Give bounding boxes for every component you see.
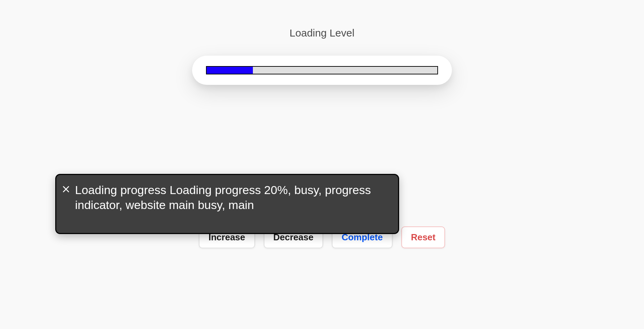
progress-card (192, 56, 452, 85)
accessibility-tooltip: Loading progress Loading progress 20%, b… (55, 174, 399, 234)
page-title: Loading Level (0, 27, 644, 39)
close-icon[interactable] (63, 181, 69, 188)
progress-track (206, 66, 438, 74)
progress-fill (207, 67, 253, 74)
reset-button[interactable]: Reset (401, 226, 445, 248)
tooltip-text: Loading progress Loading progress 20%, b… (75, 183, 371, 211)
